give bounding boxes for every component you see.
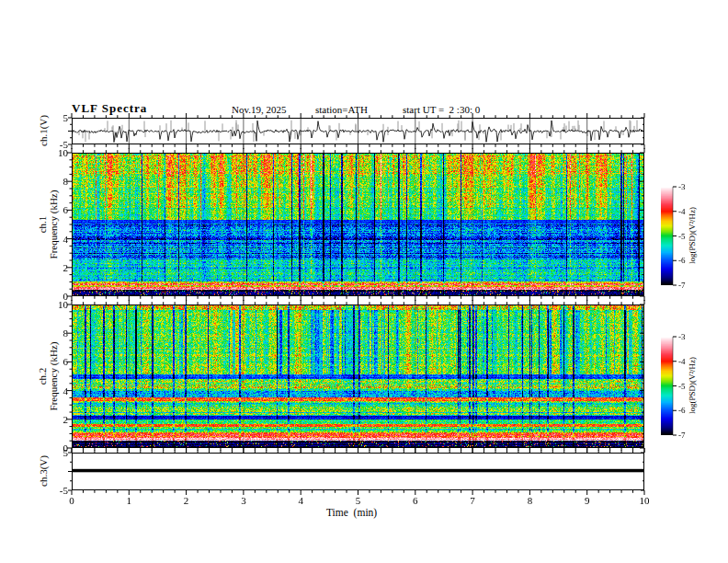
vlf-spectra-figure: VLF Spectra Nov.19, 2025 station=ATH sta… (0, 0, 728, 563)
ch1-frequency-axis-text: Frequency (kHz) (48, 190, 59, 259)
frequency-tick-label: 6 (40, 356, 68, 367)
figure-title: VLF Spectra (72, 101, 147, 116)
frequency-tick-label: 2 (40, 414, 68, 425)
psd-tick-label: -6 (678, 406, 699, 415)
colorbar-ch1-gradient (661, 187, 673, 285)
ch1-waveform-panel (72, 118, 644, 144)
psd-tick-label: -3 (678, 182, 699, 191)
time-tick-label: 0 (61, 495, 83, 506)
ch1-frequency-axis-label: ch.1 Frequency (kHz) (37, 190, 60, 259)
frequency-tick-label: 4 (40, 385, 68, 396)
time-tick-label: 10 (633, 495, 655, 506)
voltage-tick-label: -5 (40, 139, 68, 150)
ch2-frequency-axis-channel: ch.2 (37, 342, 48, 411)
ch1-frequency-axis-channel: ch.1 (37, 190, 48, 259)
voltage-tick-label: 5 (40, 112, 68, 123)
ch1-spectrogram-panel (72, 153, 644, 296)
psd-tick-label: -5 (678, 382, 699, 391)
time-tick-label: 4 (290, 495, 312, 506)
psd-tick-label: -7 (678, 281, 699, 290)
time-tick-label: 5 (347, 495, 370, 506)
time-tick-label: 9 (576, 495, 598, 506)
ch1-waveform-trace (73, 119, 643, 144)
time-tick-label: 2 (176, 495, 198, 506)
ch3-voltage-axis-label: ch.3(V) (38, 455, 49, 487)
ch2-frequency-axis-text: Frequency (kHz) (48, 342, 59, 411)
time-tick-label: 7 (461, 495, 483, 506)
ch2-spectrogram-panel (72, 304, 644, 448)
ch3-waveform-panel (72, 453, 644, 490)
time-tick-label: 1 (118, 495, 140, 506)
ch1-spectrogram-image (73, 154, 643, 295)
figure-start-ut: start UT = 2 :30: 0 (403, 104, 480, 115)
colorbar-ch1 (661, 187, 673, 285)
time-tick-label: 3 (233, 495, 255, 506)
time-tick-label: 8 (518, 495, 540, 506)
voltage-tick-label: 5 (40, 447, 68, 458)
psd-tick-label: -3 (678, 332, 699, 341)
frequency-tick-label: 10 (40, 299, 68, 310)
colorbar-ch2-gradient (661, 337, 673, 435)
figure-station: station=ATH (315, 104, 368, 115)
frequency-tick-label: 8 (40, 176, 68, 187)
frequency-tick-label: 4 (40, 234, 68, 245)
psd-tick-label: -4 (678, 207, 699, 216)
colorbar-ch2 (661, 337, 673, 435)
psd-tick-label: -5 (678, 232, 699, 241)
time-tick-label: 6 (404, 495, 427, 506)
frequency-tick-label: 6 (40, 204, 68, 215)
ch2-frequency-axis-label: ch.2 Frequency (kHz) (37, 342, 60, 411)
frequency-tick-label: 2 (40, 262, 68, 273)
ch3-waveform-trace (73, 454, 643, 489)
voltage-tick-label: -5 (40, 485, 68, 496)
frequency-tick-label: 8 (40, 327, 68, 339)
figure-date: Nov.19, 2025 (232, 104, 286, 115)
time-axis-label: Time (min) (326, 507, 377, 518)
psd-tick-label: -7 (678, 431, 699, 440)
psd-tick-label: -4 (678, 357, 699, 366)
psd-tick-label: -6 (678, 256, 699, 265)
ch2-spectrogram-image (73, 305, 643, 447)
